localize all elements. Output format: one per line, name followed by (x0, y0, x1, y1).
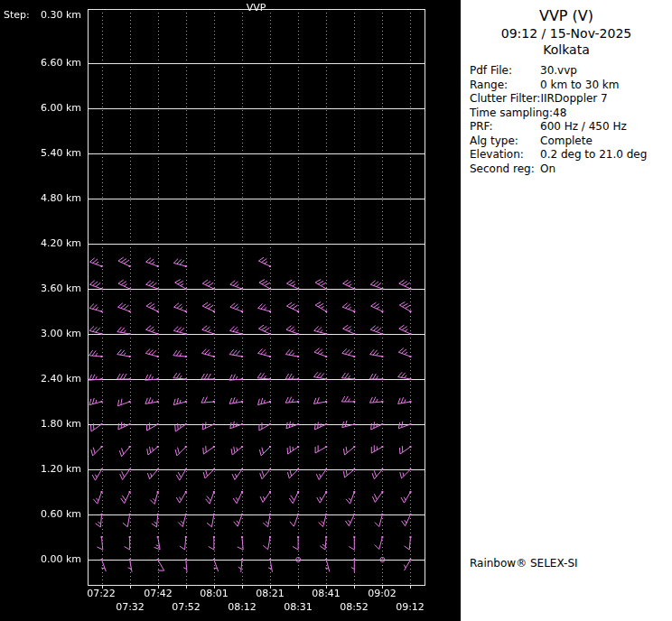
parameter-value: Complete (540, 134, 593, 149)
parameter-value: IIRDoppler 7 (540, 92, 607, 107)
parameter-value: 30.vvp (540, 64, 577, 79)
parameter-label: Range: (470, 79, 540, 93)
y-axis-tick-label: 6.00 km (0, 102, 81, 115)
x-axis-time-label: 08:21 (250, 588, 290, 599)
y-axis-tick-label: 1.80 km (0, 418, 81, 431)
y-axis-tick-label: 5.40 km (0, 147, 81, 160)
parameter-value: 0.2 deg to 21.0 deg (540, 148, 647, 162)
wind-barb-chart (0, 0, 461, 621)
x-axis-time-label: 08:01 (194, 588, 234, 599)
vendor-footer: Rainbow® SELEX-SI (470, 557, 578, 570)
parameter-row: Time sampling: 48 (470, 107, 668, 121)
wind-profile-panel: VVP Step: 0.30 km 6.60 km 6.00 km 5.40 k… (0, 0, 461, 621)
y-axis-tick-label: 3.00 km (0, 328, 81, 340)
parameter-row: Clutter Filter: IIRDoppler 7 (470, 92, 668, 107)
site-name: Kolkata (461, 42, 672, 57)
parameter-row: Range: 0 km to 30 km (470, 79, 668, 93)
parameter-value: 0 km to 30 km (540, 79, 620, 93)
parameter-value: 600 Hz / 450 Hz (540, 120, 627, 134)
parameter-row: Elevation: 0.2 deg to 21.0 deg (470, 148, 668, 162)
scan-datetime: 09:12 / 15-Nov-2025 (461, 26, 672, 41)
x-axis-time-label: 07:42 (138, 588, 178, 599)
info-panel: VVP (V) 09:12 / 15-Nov-2025 Kolkata Pdf … (461, 0, 672, 621)
x-axis-time-label: 09:12 (390, 601, 430, 613)
product-parameters: Pdf File: 30.vvp Range: 0 km to 30 km Cl… (470, 64, 668, 176)
x-axis-time-label: 07:22 (81, 588, 121, 599)
product-title: VVP (V) (461, 7, 672, 24)
parameter-row: PRF: 600 Hz / 450 Hz (470, 120, 668, 134)
y-axis-tick-label: 1.20 km (0, 463, 81, 476)
x-axis-time-label: 08:12 (222, 601, 262, 613)
y-axis-tick-label: 4.80 km (0, 192, 81, 205)
parameter-label: Alg type: (470, 134, 540, 149)
vvp-product-window: VVP Step: 0.30 km 6.60 km 6.00 km 5.40 k… (0, 0, 672, 621)
x-axis-time-label: 08:41 (306, 588, 346, 599)
parameter-label: Elevation: (470, 148, 540, 162)
parameter-row: Pdf File: 30.vvp (470, 64, 668, 79)
x-axis-time-label: 08:52 (334, 601, 374, 613)
parameter-label: Time sampling: (470, 107, 553, 121)
y-axis-tick-label: 0.00 km (0, 553, 81, 566)
x-axis-time-label: 07:52 (166, 601, 206, 613)
y-axis-tick-label: 3.60 km (0, 283, 81, 295)
x-axis-time-label: 08:31 (278, 601, 318, 613)
x-axis-time-label: 09:02 (362, 588, 402, 599)
parameter-label: Pdf File: (470, 64, 540, 79)
parameter-row: Second reg: On (470, 162, 668, 177)
y-axis-tick-label: 4.20 km (0, 237, 81, 250)
parameter-row: Alg type: Complete (470, 134, 668, 149)
parameter-value: On (540, 162, 555, 177)
parameter-label: Second reg: (470, 162, 540, 177)
parameter-label: PRF: (470, 120, 540, 134)
parameter-label: Clutter Filter: (470, 92, 540, 107)
x-axis-time-label: 07:32 (110, 601, 150, 613)
y-axis-tick-label: 2.40 km (0, 373, 81, 385)
parameter-value: 48 (553, 107, 566, 121)
chart-title: VVP (88, 2, 425, 14)
y-axis-tick-label: 6.60 km (0, 57, 81, 70)
y-axis-step-value: 0.30 km (0, 9, 81, 21)
y-axis-tick-label: 0.60 km (0, 508, 81, 521)
